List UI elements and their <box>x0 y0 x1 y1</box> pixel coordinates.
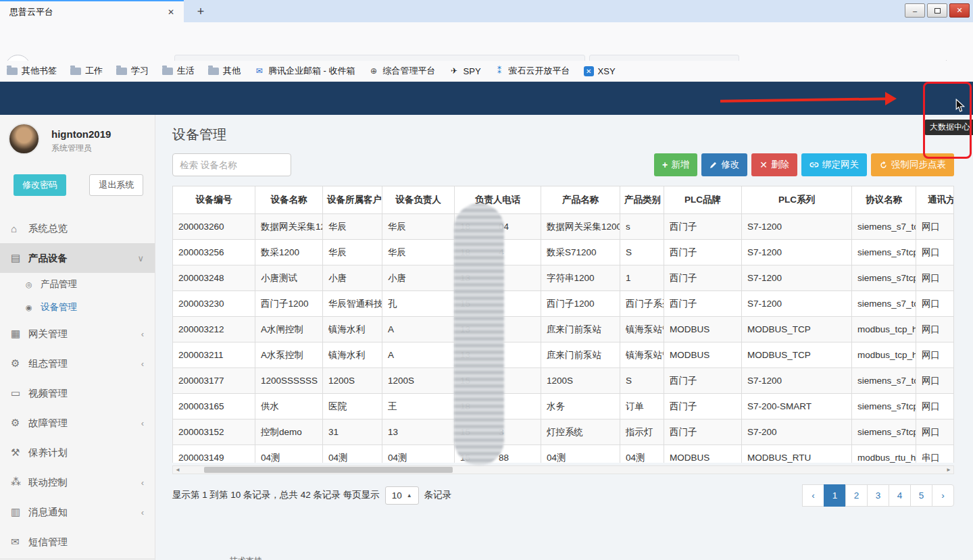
column-header[interactable]: PLC系列 <box>742 186 852 214</box>
column-header[interactable]: 协议名称 <box>852 186 916 214</box>
bookmark-folder-misc[interactable]: 其他 <box>208 65 241 77</box>
数采1200[interactable]: 200003256 数采1200 华辰 华辰 184 数采S71200 S 西门… <box>173 240 955 265</box>
privacy-blur-overlay <box>454 203 504 465</box>
column-header[interactable]: 设备负责人 <box>382 186 455 214</box>
sidebar-divider <box>0 559 155 559</box>
bookmark-xsy[interactable]: ✕ XSY <box>584 66 616 76</box>
pencil-icon <box>709 161 718 169</box>
avatar[interactable] <box>8 123 40 155</box>
change-password-button[interactable]: 修改密码 <box>14 174 66 196</box>
mail-favicon: ✉ <box>254 66 264 76</box>
device-search-input[interactable] <box>172 153 291 176</box>
page-size-select[interactable]: 10 ▲ <box>385 486 419 505</box>
column-header[interactable]: 通讯方式 <box>916 186 955 214</box>
page-4[interactable]: 4 <box>889 484 911 507</box>
page-5[interactable]: 5 <box>910 484 932 507</box>
logout-button[interactable]: 退出系统 <box>89 174 143 196</box>
window-minimize-button[interactable]: – <box>905 3 925 18</box>
delete-button[interactable]: ✕ 删除 <box>751 153 797 176</box>
sidebar-item-message-notify[interactable]: ▥ 消息通知 ‹ <box>0 497 155 527</box>
控制demo[interactable]: 200003152 控制demo 31 13 153 灯控系统 指示灯 西门子 … <box>173 419 955 445</box>
grid-icon: ▦ <box>11 328 28 340</box>
folder-icon <box>162 68 173 75</box>
ezviz-favicon: ⁑ <box>495 66 505 76</box>
column-header[interactable]: PLC品牌 <box>664 186 742 214</box>
column-header[interactable]: 设备名称 <box>255 186 323 214</box>
A水泵控制[interactable]: 200003211 A水泵控制 镇海水利 A 13 庶来门前泵站 镇海泵站管理 … <box>173 342 955 368</box>
window-close-button[interactable]: ✕ <box>949 3 970 18</box>
page-next[interactable]: › <box>932 484 954 507</box>
edit-button[interactable]: 修改 <box>701 153 747 176</box>
1200SSSSSS[interactable]: 200003177 1200SSSSSS 1200S 1200S 15 1200… <box>173 368 955 394</box>
page-3[interactable]: 3 <box>867 484 889 507</box>
bookmark-spy[interactable]: ✈ SPY <box>449 66 481 76</box>
column-header[interactable]: 设备编号 <box>173 186 255 214</box>
add-button[interactable]: + 新增 <box>654 153 697 176</box>
bind-gateway-button[interactable]: 绑定网关 <box>801 153 867 176</box>
scroll-right-icon[interactable]: ► <box>946 466 951 474</box>
caret-up-icon: ▲ <box>407 492 412 499</box>
column-header[interactable]: 产品类别 <box>620 186 664 214</box>
window-restore-button[interactable] <box>927 3 947 18</box>
sidebar: hignton2019 系统管理员 修改密码 退出系统 ⌂ 系统总览 ▤ 产品设… <box>0 115 155 560</box>
sidebar-item-product-mgmt[interactable]: ◎ 产品管理 <box>0 273 155 296</box>
bookmark-mgmt-platform[interactable]: ⊕ 综合管理平台 <box>369 65 436 77</box>
news-icon: ▥ <box>11 506 28 518</box>
供水[interactable]: 200003165 供水 医院 王 18 水务 订单 西门子 S7-200-SM… <box>173 394 955 419</box>
A水闸控制[interactable]: 200003212 A水闸控制 镇海水利 A 13 庶来门前泵站 镇海泵站管理 … <box>173 317 955 342</box>
new-tab-button[interactable]: + <box>192 3 209 20</box>
bookmark-folder-life[interactable]: 生活 <box>162 65 195 77</box>
home-icon: ⌂ <box>11 223 28 234</box>
page-1[interactable]: 1 <box>824 484 846 507</box>
restore-icon <box>934 8 941 14</box>
mouse-cursor-icon <box>955 99 966 113</box>
sidebar-item-fault-mgmt[interactable]: ⚙ 故障管理 ‹ <box>0 408 155 438</box>
sidebar-item-sms-mgmt[interactable]: ✉ 短信管理 <box>0 527 155 557</box>
pager: ‹12345› <box>803 484 954 507</box>
sidebar-item-gateway-mgmt[interactable]: ▦ 网关管理 ‹ <box>0 319 155 349</box>
column-header[interactable]: 设备所属客户 <box>323 186 382 214</box>
小唐测试[interactable]: 200003248 小唐测试 小唐 小唐 13 字符串1200 1 西门子 S7… <box>173 265 955 291</box>
gear-icon: ⚙ <box>11 357 28 370</box>
sidebar-item-config-mgmt[interactable]: ⚙ 组态管理 ‹ <box>0 349 155 378</box>
plus-icon: + <box>662 159 668 170</box>
browser-tab-strip: 思普云平台 ✕ + – ✕ <box>0 0 973 22</box>
sidebar-item-product-device[interactable]: ▤ 产品设备 ∨ <box>0 243 155 273</box>
folder-icon <box>70 68 81 75</box>
folder-icon <box>116 68 127 75</box>
device-table: 设备编号设备名称设备所属客户设备负责人负责人电话产品名称产品类别PLC品牌PLC… <box>172 186 954 463</box>
monitor-icon: ▭ <box>11 387 28 399</box>
page-2[interactable]: 2 <box>845 484 868 507</box>
数据网关采集1200[interactable]: 200003260 数据网关采集1200 华辰 华辰 1804 数据网关采集12… <box>173 214 955 240</box>
sidebar-item-video-mgmt[interactable]: ▭ 视频管理 <box>0 378 155 408</box>
horizontal-scrollbar[interactable]: ◄ ► <box>172 465 954 474</box>
xsy-favicon: ✕ <box>584 66 594 76</box>
column-header[interactable]: 产品名称 <box>541 186 620 214</box>
bookmark-folder-other-bookmarks[interactable]: 其他书签 <box>7 65 57 77</box>
annotation-arrow-head <box>885 92 897 105</box>
bookmark-tencent-mail[interactable]: ✉ 腾讯企业邮箱 - 收件箱 <box>254 65 355 77</box>
pagination-bar: 显示第 1 到第 10 条记录，总共 42 条记录 每页显示 10 ▲ 条记录 … <box>172 482 954 509</box>
04测[interactable]: 200003149 04测 04测 04测 1588 04测 04测 MODBU… <box>173 445 955 463</box>
force-sync-button[interactable]: 强制同步点表 <box>871 153 954 176</box>
page-prev[interactable]: ‹ <box>802 484 824 507</box>
西门子1200[interactable]: 200003230 西门子1200 华辰智通科技 孔 15 西门子1200 西门… <box>173 291 955 317</box>
bookmark-folder-work[interactable]: 工作 <box>70 65 103 77</box>
sidebar-item-device-mgmt[interactable]: ◉ 设备管理 <box>0 296 155 319</box>
user-role: 系统管理员 <box>51 143 145 154</box>
user-name: hignton2019 <box>51 124 145 140</box>
product-icon: ▤ <box>11 252 28 264</box>
tab-close-icon[interactable]: ✕ <box>165 6 177 18</box>
scrollbar-thumb[interactable] <box>204 467 453 473</box>
scroll-left-icon[interactable]: ◄ <box>175 466 180 474</box>
bookmark-ezviz[interactable]: ⁑ 萤石云开放平台 <box>495 65 570 77</box>
sidebar-item-overview[interactable]: ⌂ 系统总览 <box>0 213 155 243</box>
sidebar-item-linkage-control[interactable]: ⁂ 联动控制 ‹ <box>0 467 155 497</box>
sidebar-item-maintenance-plan[interactable]: ⚒ 保养计划 <box>0 438 155 467</box>
refresh-icon <box>879 161 888 170</box>
browser-tab[interactable]: 思普云平台 ✕ <box>0 0 184 22</box>
chevron-icon: ‹ <box>141 418 144 428</box>
footer-text: 技术支持 <box>230 557 262 560</box>
envelope-icon: ✉ <box>11 536 28 548</box>
bookmark-folder-study[interactable]: 学习 <box>116 65 149 77</box>
